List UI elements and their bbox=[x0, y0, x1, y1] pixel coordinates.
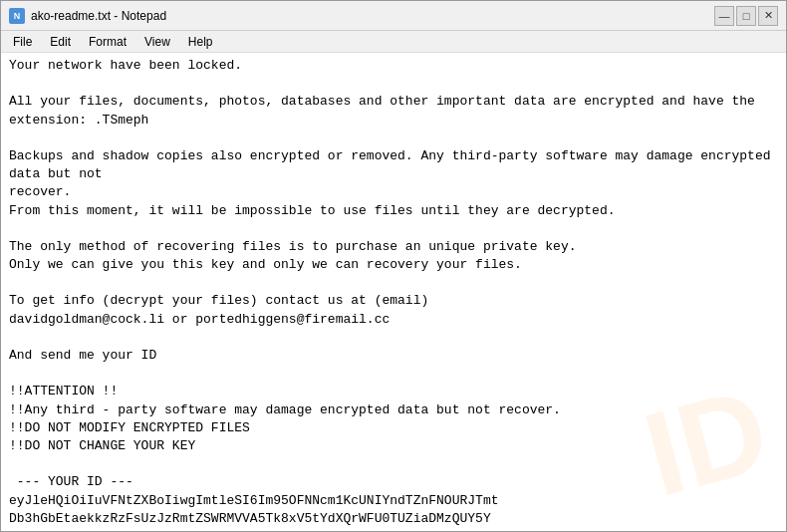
menu-help[interactable]: Help bbox=[180, 33, 221, 51]
editor-content[interactable]: Your network have been locked. All your … bbox=[9, 57, 778, 531]
window-title: ako-readme.txt - Notepad bbox=[31, 9, 166, 23]
window-controls: — □ ✕ bbox=[714, 6, 778, 26]
menu-edit[interactable]: Edit bbox=[42, 33, 79, 51]
menu-bar: File Edit Format View Help bbox=[1, 31, 786, 53]
menu-format[interactable]: Format bbox=[81, 33, 134, 51]
minimize-button[interactable]: — bbox=[714, 6, 734, 26]
maximize-button[interactable]: □ bbox=[736, 6, 756, 26]
menu-view[interactable]: View bbox=[136, 33, 178, 51]
notepad-window: N ako-readme.txt - Notepad — □ ✕ File Ed… bbox=[0, 0, 787, 532]
close-button[interactable]: ✕ bbox=[758, 6, 778, 26]
menu-file[interactable]: File bbox=[5, 33, 40, 51]
title-bar: N ako-readme.txt - Notepad — □ ✕ bbox=[1, 1, 786, 31]
title-bar-left: N ako-readme.txt - Notepad bbox=[9, 8, 166, 24]
text-editor-area[interactable]: ID Your network have been locked. All yo… bbox=[1, 53, 786, 531]
notepad-icon: N bbox=[9, 8, 25, 24]
